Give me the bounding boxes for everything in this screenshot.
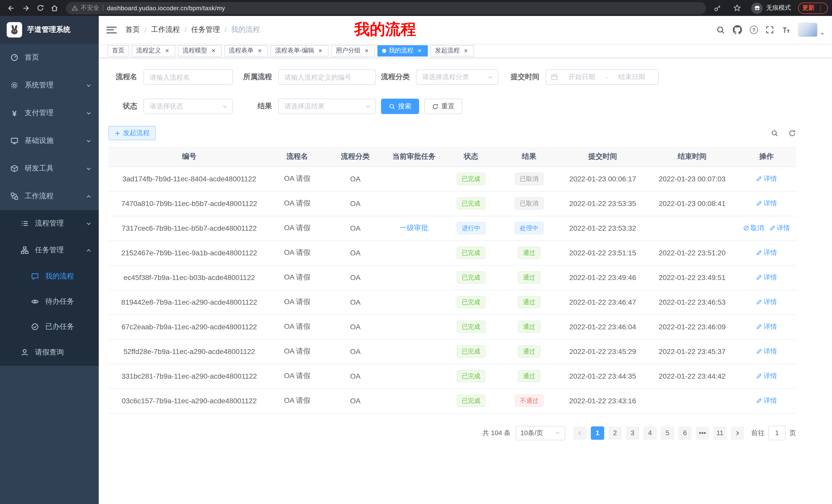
tab-item[interactable]: 首页: [107, 45, 129, 56]
fullscreen-icon[interactable]: [766, 26, 774, 34]
search-icon[interactable]: [716, 25, 725, 34]
action-cancel-link[interactable]: 取消: [743, 223, 764, 233]
cell-category: OA: [324, 388, 386, 413]
date-range-picker[interactable]: 开始日期 - 结束日期: [546, 69, 659, 85]
chevron-down-icon: [86, 166, 92, 171]
tab-item[interactable]: 流程表单-编辑×: [270, 45, 329, 56]
page-button[interactable]: 5: [661, 426, 674, 440]
tab-item[interactable]: 流程表单×: [224, 45, 268, 56]
cell-status: 已完成: [442, 364, 500, 388]
table-refresh-icon[interactable]: [788, 129, 796, 137]
action-detail-link[interactable]: 详情: [756, 347, 777, 356]
cell-process-id: ec45f38f-7b9a-11ec-b03b-acde48001122: [108, 265, 270, 290]
page-button[interactable]: 11: [713, 426, 727, 440]
tab-item[interactable]: 流程模型×: [178, 45, 222, 56]
breadcrumb-item[interactable]: 工作流程: [151, 25, 180, 34]
action-detail-link[interactable]: 详情: [756, 298, 777, 307]
sidebar-item-devtools[interactable]: 研发工具: [0, 155, 99, 183]
github-icon[interactable]: [733, 25, 742, 34]
app-logo[interactable]: 芋道管理系统: [0, 16, 99, 44]
breadcrumb-item[interactable]: 首页: [126, 25, 140, 34]
sidebar-item-infrastructure[interactable]: 基础设施: [0, 127, 99, 155]
address-bar[interactable]: 不安全 dashboard.yudao.iocoder.cn/bpm/task/…: [66, 2, 706, 14]
tab-item[interactable]: 用户分组×: [331, 45, 375, 56]
status-select[interactable]: 请选择状态: [144, 99, 233, 114]
cell-end-time: [647, 388, 737, 413]
active-tab-dot-icon: [382, 49, 386, 53]
sidebar-item-label: 研发工具: [25, 164, 83, 173]
page-button[interactable]: 3: [626, 426, 639, 440]
page-button[interactable]: 1: [591, 426, 604, 440]
table-search-toggle-icon[interactable]: [771, 129, 779, 137]
breadcrumb-item[interactable]: 任务管理: [191, 25, 220, 34]
action-detail-link[interactable]: 详情: [756, 248, 777, 257]
sidebar-item-system[interactable]: 系统管理: [0, 72, 99, 99]
sidebar-item-todo-tasks[interactable]: 待办任务: [0, 289, 99, 314]
tab-item[interactable]: 流程定义×: [132, 45, 175, 56]
tab-close-icon[interactable]: ×: [256, 47, 263, 54]
sidebar-item-process-mgmt[interactable]: 流程管理: [0, 210, 99, 237]
tab-close-icon[interactable]: ×: [462, 47, 469, 54]
tabs-bar: 首页流程定义×流程模型×流程表单×流程表单-编辑×用户分组×我的流程×发起流程×: [99, 44, 832, 58]
result-badge: 通过: [518, 271, 541, 284]
action-detail-link[interactable]: 详情: [756, 273, 777, 282]
page-size-select[interactable]: 10条/页: [516, 426, 565, 440]
page-button[interactable]: 4: [643, 426, 657, 440]
tab-close-icon[interactable]: ×: [210, 47, 217, 54]
sidebar-item-home[interactable]: 首页: [0, 44, 99, 72]
action-detail-link[interactable]: 详情: [756, 199, 777, 208]
more-pages-button[interactable]: •••: [696, 426, 709, 440]
category-select[interactable]: 请选择流程分类: [416, 69, 498, 85]
bookmark-star-icon[interactable]: [730, 1, 744, 15]
action-detail-link[interactable]: 详情: [756, 174, 777, 184]
goto-page-input[interactable]: [768, 426, 786, 440]
result-select[interactable]: 请选择流结果: [278, 99, 376, 114]
tab-close-icon[interactable]: ×: [317, 47, 324, 54]
sidebar-toggle[interactable]: [106, 26, 117, 33]
cell-category: OA: [324, 314, 386, 339]
action-detail-link[interactable]: 详情: [756, 371, 777, 381]
sidebar-item-leave-query[interactable]: 请假查询: [0, 339, 99, 366]
action-detail-link[interactable]: 详情: [756, 322, 777, 331]
forward-button[interactable]: [19, 1, 33, 15]
password-key-icon[interactable]: [710, 1, 725, 15]
security-warning[interactable]: 不安全: [72, 4, 99, 12]
help-icon[interactable]: ?: [750, 26, 758, 34]
tab-close-icon[interactable]: ×: [163, 47, 171, 54]
create-process-button[interactable]: 发起流程: [108, 126, 156, 140]
prev-page-button[interactable]: [573, 426, 587, 440]
action-detail-link[interactable]: 详情: [756, 396, 777, 405]
avatar[interactable]: [798, 23, 817, 37]
font-size-icon[interactable]: [782, 25, 790, 34]
browser-menu-dots-icon[interactable]: ⋮: [817, 4, 824, 12]
tab-close-icon[interactable]: ×: [363, 47, 370, 54]
end-date-placeholder: 结束日期: [610, 73, 654, 82]
cell-submit-time: 2022-01-22 23:53:35: [558, 191, 647, 216]
back-button[interactable]: [4, 1, 19, 15]
update-button[interactable]: 更新 ⋮: [798, 2, 828, 13]
page-button[interactable]: 6: [678, 426, 692, 440]
action-detail-link[interactable]: 详情: [769, 223, 790, 233]
next-page-button[interactable]: [731, 426, 744, 440]
sidebar-item-done-tasks[interactable]: 已办任务: [0, 314, 99, 339]
reset-button[interactable]: 重置: [424, 99, 462, 114]
sidebar-item-my-process[interactable]: 我的流程: [0, 263, 99, 289]
sidebar-item-payment[interactable]: ¥ 支付管理: [0, 99, 99, 127]
tab-item[interactable]: 发起流程×: [431, 45, 474, 56]
status-badge: 已完成: [457, 345, 486, 358]
process-definition-input[interactable]: [278, 69, 376, 85]
home-button[interactable]: [47, 1, 62, 15]
tab-item[interactable]: 我的流程×: [378, 45, 428, 56]
current-task-link[interactable]: 一级审批: [399, 223, 428, 232]
sidebar-item-task-mgmt[interactable]: 任务管理: [0, 237, 99, 263]
column-header: 当前审批任务: [386, 147, 442, 166]
tab-close-icon[interactable]: ×: [416, 47, 423, 54]
page-button[interactable]: 2: [608, 426, 622, 440]
search-button[interactable]: 搜索: [381, 99, 419, 114]
sidebar-item-workflow[interactable]: 工作流程: [0, 183, 99, 210]
reload-button[interactable]: [33, 1, 47, 15]
user-menu[interactable]: [798, 23, 824, 37]
process-name-input[interactable]: [144, 69, 233, 85]
chevron-down-icon: [86, 138, 92, 144]
breadcrumb-separator: /: [225, 26, 227, 34]
